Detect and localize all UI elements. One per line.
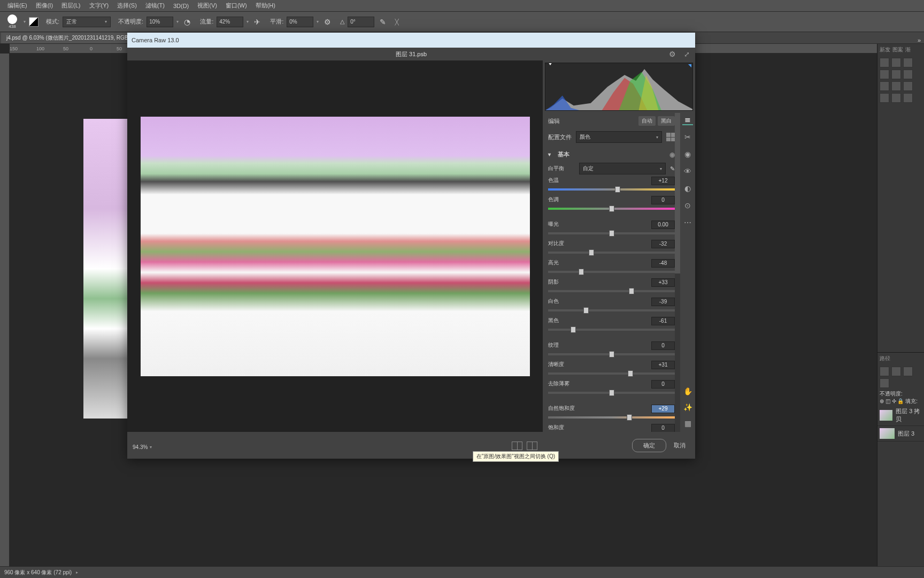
slider-value[interactable]: -48 bbox=[651, 259, 675, 268]
slider-value[interactable]: 0 bbox=[651, 341, 675, 350]
slider-thumb[interactable] bbox=[629, 288, 634, 294]
menu-help[interactable]: 帮助(H) bbox=[251, 2, 280, 10]
profile-browser-icon[interactable] bbox=[666, 133, 675, 141]
shadow-clip-indicator[interactable] bbox=[548, 63, 552, 65]
adjustment-icon[interactable] bbox=[903, 81, 913, 91]
layer-row[interactable]: 图层 3 bbox=[877, 426, 924, 442]
fullscreen-icon[interactable]: ⤢ bbox=[684, 50, 690, 58]
basic-section-toggle[interactable]: ▾ 基本 ◉ bbox=[548, 147, 675, 162]
slider-thumb[interactable] bbox=[589, 249, 594, 256]
layer-name[interactable]: 图层 3 拷贝 bbox=[896, 407, 922, 423]
slider-thumb[interactable] bbox=[609, 206, 614, 212]
smooth-gear-icon[interactable]: ⚙ bbox=[322, 17, 333, 27]
slider-thumb[interactable] bbox=[628, 370, 633, 377]
slider-thumb[interactable] bbox=[609, 230, 614, 237]
slider-track[interactable] bbox=[548, 392, 675, 394]
slider-value[interactable]: -39 bbox=[651, 298, 675, 306]
sliders-scroll[interactable]: ▾ 基本 ◉ 白平衡 自定▾ ✎ 色温+12色调0 曝光0.00对比度-32高光… bbox=[543, 145, 680, 432]
slider-value[interactable]: 0 bbox=[651, 380, 675, 389]
slider-thumb[interactable] bbox=[609, 390, 614, 396]
slider-track[interactable] bbox=[548, 252, 675, 254]
menu-edit[interactable]: 编辑(E) bbox=[3, 2, 32, 10]
angle-input[interactable] bbox=[348, 17, 374, 27]
slider-value[interactable]: +12 bbox=[651, 177, 675, 185]
panel-tab-1[interactable]: 新发 bbox=[880, 46, 890, 54]
slider-value[interactable]: -61 bbox=[651, 317, 675, 325]
layer-filter-icon[interactable] bbox=[891, 367, 901, 376]
wb-dropdown[interactable]: 自定▾ bbox=[579, 163, 666, 174]
slider-thumb[interactable] bbox=[627, 414, 632, 421]
layer-filter-icon[interactable] bbox=[880, 378, 889, 388]
menu-window[interactable]: 窗口(W) bbox=[221, 2, 251, 10]
pressure-size-icon[interactable]: ✎ bbox=[378, 17, 388, 27]
menu-3d[interactable]: 3D(D) bbox=[169, 3, 193, 9]
slider-track[interactable] bbox=[548, 309, 675, 311]
slider-track[interactable] bbox=[548, 271, 675, 273]
adjustment-icon[interactable] bbox=[880, 93, 889, 103]
slider-thumb[interactable] bbox=[571, 326, 576, 333]
airbrush-icon[interactable]: ✈ bbox=[252, 17, 263, 27]
crop-icon[interactable]: ✂ bbox=[682, 132, 693, 142]
menu-layer[interactable]: 图层(L) bbox=[57, 2, 84, 10]
lock-icon[interactable]: ✢ bbox=[892, 398, 896, 404]
panel-tab-3[interactable]: 渐 bbox=[905, 46, 911, 54]
adjustment-icon[interactable] bbox=[891, 81, 901, 91]
slider-track[interactable] bbox=[548, 208, 675, 210]
grid-icon[interactable]: ▦ bbox=[682, 418, 693, 429]
menu-view[interactable]: 视图(V) bbox=[193, 2, 221, 10]
menu-image[interactable]: 图像(I) bbox=[32, 2, 57, 10]
panel-tab-2[interactable]: 图案 bbox=[892, 46, 903, 54]
lock-icon[interactable]: 🔒 bbox=[897, 398, 904, 404]
pressure-opacity-icon[interactable]: ◔ bbox=[182, 17, 192, 27]
highlight-clip-indicator[interactable] bbox=[688, 64, 691, 67]
adjustment-icon[interactable] bbox=[903, 70, 913, 79]
smooth-input[interactable] bbox=[287, 17, 313, 27]
panel-tab-paths[interactable]: 路径 bbox=[880, 355, 890, 362]
tabs-overflow-icon[interactable]: » bbox=[918, 37, 921, 43]
layer-filter-icon[interactable] bbox=[903, 367, 913, 376]
local-adjust-icon[interactable]: ◐ bbox=[682, 183, 693, 194]
auto-button[interactable]: 自动 bbox=[638, 116, 656, 126]
scrollbar[interactable] bbox=[675, 113, 680, 432]
slider-thumb[interactable] bbox=[579, 269, 584, 275]
eye-icon[interactable]: 👁 bbox=[682, 166, 693, 177]
adjustment-icon[interactable] bbox=[880, 70, 889, 79]
layer-name[interactable]: 图层 3 bbox=[898, 430, 914, 438]
mode-dropdown[interactable]: 正常▾ bbox=[63, 17, 111, 27]
slider-value[interactable]: 0.00 bbox=[651, 220, 675, 229]
brush-preview[interactable]: 438 bbox=[4, 14, 20, 30]
slider-value[interactable]: -32 bbox=[651, 240, 675, 248]
menu-select[interactable]: 选择(S) bbox=[113, 2, 141, 10]
flow-input[interactable] bbox=[217, 17, 243, 27]
menu-text[interactable]: 文字(Y) bbox=[85, 2, 113, 10]
adjustment-icon[interactable] bbox=[903, 58, 913, 67]
profile-dropdown[interactable]: 颜色▾ bbox=[576, 131, 662, 143]
slider-track[interactable] bbox=[548, 372, 675, 375]
scrollbar-thumb[interactable] bbox=[675, 113, 680, 273]
lock-icon[interactable]: ⊕ bbox=[880, 398, 884, 404]
slider-value[interactable]: +31 bbox=[651, 361, 675, 369]
slider-track[interactable] bbox=[548, 290, 675, 292]
preview-area[interactable]: 94.3%▾ 在"原图/效果图"视图之间切换 (Q) bbox=[127, 60, 543, 432]
visibility-icon[interactable]: ◉ bbox=[669, 151, 675, 158]
magic-icon[interactable]: ✨ bbox=[682, 402, 693, 413]
eyedropper-icon[interactable]: ✎ bbox=[670, 165, 675, 172]
adjustment-icon[interactable] bbox=[903, 93, 913, 103]
slider-track[interactable] bbox=[548, 188, 675, 191]
slider-value[interactable]: 0 bbox=[651, 424, 675, 432]
redeye-icon[interactable]: ⊙ bbox=[682, 200, 693, 211]
adjustment-icon[interactable] bbox=[891, 93, 901, 103]
adjustment-icon[interactable] bbox=[891, 70, 901, 79]
slider-track[interactable] bbox=[548, 232, 675, 234]
hand-icon[interactable]: ✋ bbox=[682, 386, 693, 397]
histogram[interactable] bbox=[545, 63, 693, 111]
slider-thumb[interactable] bbox=[615, 186, 620, 193]
lock-icon[interactable]: ◫ bbox=[886, 398, 890, 404]
gear-icon[interactable]: ⚙ bbox=[669, 50, 676, 58]
tab-doc1[interactable]: j4.psd @ 6.03% (微信图片_20201231141219, RGB… bbox=[1, 33, 147, 43]
slider-track[interactable] bbox=[548, 329, 675, 331]
slider-value[interactable]: 0 bbox=[651, 196, 675, 204]
spot-removal-icon[interactable]: ◉ bbox=[682, 149, 693, 159]
adjustment-icon[interactable] bbox=[880, 58, 889, 67]
slider-value[interactable]: +33 bbox=[651, 278, 675, 287]
